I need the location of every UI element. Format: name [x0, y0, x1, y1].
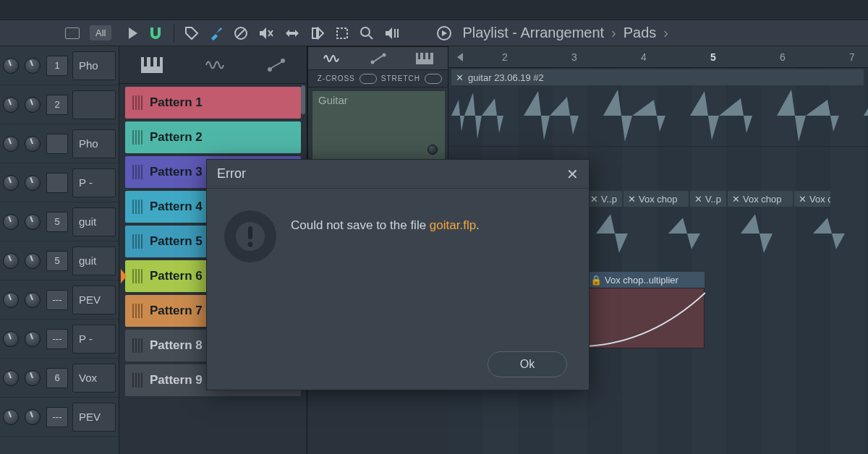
channel-name[interactable]: guit	[72, 247, 116, 275]
channel-name[interactable]: P -	[72, 325, 116, 354]
channel-number[interactable]: 6	[46, 368, 68, 388]
close-icon[interactable]: ✕	[566, 166, 579, 183]
pattern-item[interactable]: Pattern 1	[125, 87, 301, 119]
select-icon[interactable]	[335, 26, 349, 40]
pan-knob[interactable]	[3, 214, 19, 230]
channel-row[interactable]: P -	[0, 163, 119, 202]
pan-knob[interactable]	[3, 253, 19, 269]
automation-clip-body[interactable]	[586, 288, 705, 348]
folder-icon[interactable]	[65, 27, 80, 39]
mute-icon[interactable]	[258, 26, 274, 40]
pan-knob[interactable]	[3, 58, 19, 74]
brush-icon[interactable]	[209, 26, 224, 40]
vox-clip[interactable]: ✕V..p	[586, 191, 622, 207]
breadcrumb-segment[interactable]: Pads	[624, 25, 657, 41]
channel-name[interactable]	[72, 90, 116, 119]
channel-row[interactable]: 5 guit	[0, 241, 119, 280]
zcross-toggle[interactable]	[359, 74, 377, 84]
channel-name[interactable]: Vox	[72, 364, 116, 393]
breadcrumb-segment[interactable]: Playlist - Arrangement	[462, 25, 604, 41]
channel-row[interactable]: --- P -	[0, 320, 119, 359]
channel-name[interactable]: Pho	[72, 51, 116, 80]
vox-clip[interactable]: ✕Vox chop	[728, 191, 793, 207]
volume-knob[interactable]	[25, 214, 41, 230]
channel-name[interactable]: P -	[72, 168, 116, 197]
editor-clip[interactable]: Guitar	[312, 90, 446, 163]
volume-knob[interactable]	[25, 331, 41, 347]
channel-row[interactable]: 5 guit	[0, 202, 119, 241]
volume-knob[interactable]	[25, 409, 41, 425]
breadcrumb[interactable]: Playlist - Arrangement › Pads ›	[462, 25, 668, 41]
pan-knob[interactable]	[3, 292, 19, 308]
clip-handle-dot[interactable]	[427, 145, 438, 155]
channel-row[interactable]: Pho	[0, 124, 119, 163]
volume-knob[interactable]	[25, 292, 41, 308]
volume-knob[interactable]	[25, 97, 41, 113]
wave-icon[interactable]	[323, 52, 341, 65]
piano-icon[interactable]	[416, 53, 433, 64]
scrollbar-thumb[interactable]	[301, 85, 305, 114]
channel-row[interactable]: 6 Vox	[0, 359, 119, 398]
channel-number[interactable]	[46, 134, 68, 154]
channel-number[interactable]: 1	[46, 56, 68, 76]
vox-clip[interactable]: ✕V..p	[690, 191, 726, 207]
slip-icon[interactable]	[310, 26, 325, 40]
piano-icon[interactable]	[141, 57, 163, 73]
ok-button[interactable]: Ok	[488, 351, 567, 377]
close-icon[interactable]: ✕	[694, 194, 702, 205]
close-icon[interactable]: ✕	[628, 194, 636, 205]
channel-number[interactable]	[46, 173, 68, 193]
channel-number[interactable]: 5	[46, 251, 68, 271]
channel-row[interactable]: 2	[0, 85, 119, 124]
channel-row[interactable]: --- PEV	[0, 398, 119, 437]
timeline-ruler[interactable]: 234567	[448, 46, 868, 68]
dialog-titlebar[interactable]: Error ✕	[207, 160, 589, 189]
close-icon[interactable]: ✕	[799, 194, 807, 205]
channel-name[interactable]: Pho	[72, 129, 116, 158]
arrows-h-icon[interactable]	[284, 26, 300, 40]
close-icon[interactable]: ✕	[590, 194, 598, 205]
disable-icon[interactable]	[234, 26, 248, 40]
volume-knob[interactable]	[25, 253, 41, 269]
channel-number[interactable]: 5	[46, 212, 68, 232]
pan-knob[interactable]	[3, 409, 19, 425]
vox-clip[interactable]: ✕Vox c	[794, 191, 830, 207]
playback-icon[interactable]	[384, 26, 400, 40]
volume-knob[interactable]	[25, 370, 41, 386]
magnet-icon[interactable]	[148, 25, 163, 41]
channel-number[interactable]: ---	[46, 329, 68, 349]
vox-clip[interactable]: ✕Vox chop	[624, 191, 689, 207]
channel-name[interactable]: PEV	[72, 286, 116, 314]
channel-row[interactable]: --- PEV	[0, 280, 119, 320]
automation-clip-header[interactable]: 🔒 Vox chop..ultiplier	[586, 272, 705, 288]
play-icon[interactable]	[129, 27, 137, 39]
pan-knob[interactable]	[3, 97, 19, 113]
volume-knob[interactable]	[25, 136, 41, 152]
tag-icon[interactable]	[184, 26, 199, 40]
channel-row[interactable]: 1 Pho	[0, 46, 119, 85]
channel-number[interactable]: ---	[46, 407, 68, 427]
close-icon[interactable]: ✕	[732, 194, 740, 205]
wave-icon[interactable]	[205, 58, 224, 72]
pan-knob[interactable]	[3, 331, 19, 347]
pattern-item[interactable]: Pattern 2	[125, 121, 301, 153]
channel-number[interactable]: ---	[46, 290, 68, 310]
scroll-left-icon[interactable]	[457, 53, 463, 61]
pan-knob[interactable]	[3, 136, 19, 152]
automation-icon[interactable]	[370, 53, 386, 64]
channel-number[interactable]: 2	[46, 95, 68, 115]
volume-knob[interactable]	[25, 58, 41, 74]
channel-name[interactable]: guit	[72, 207, 116, 236]
waveform[interactable]	[451, 85, 868, 146]
close-icon[interactable]: ✕	[456, 72, 464, 83]
stretch-toggle[interactable]	[425, 74, 442, 84]
zoom-icon[interactable]	[359, 26, 374, 40]
pan-knob[interactable]	[3, 175, 19, 191]
audio-clip-header[interactable]: ✕ guitar 23.06.19 #2	[451, 69, 864, 85]
volume-knob[interactable]	[25, 175, 41, 191]
automation-icon[interactable]	[267, 58, 286, 72]
playlist-icon[interactable]	[436, 25, 452, 41]
all-filter-button[interactable]: All	[90, 25, 111, 40]
pan-knob[interactable]	[3, 370, 19, 386]
channel-name[interactable]: PEV	[72, 403, 116, 432]
